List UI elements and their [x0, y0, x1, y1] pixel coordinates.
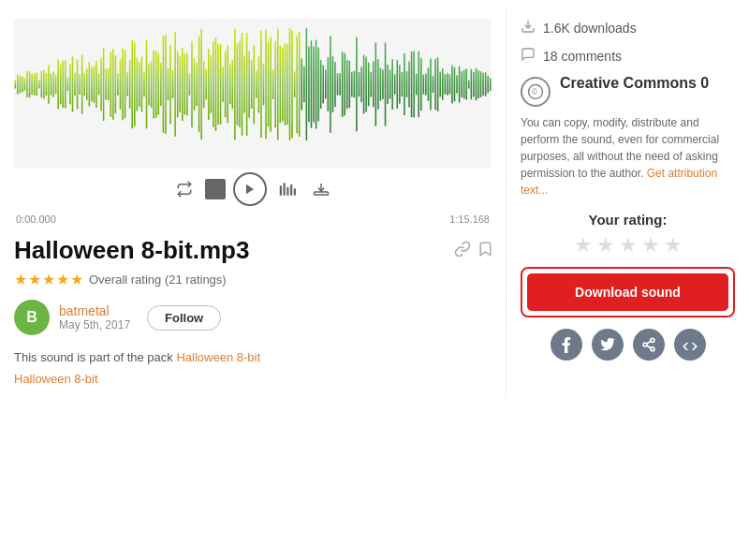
overall-stars: ★ ★ ★ ★ ★ — [14, 271, 83, 288]
social-row — [521, 329, 735, 361]
follow-button[interactable]: Follow — [147, 305, 221, 331]
download-icon — [521, 19, 536, 37]
your-rating-stars[interactable]: ★ ★ ★ ★ ★ — [521, 233, 735, 258]
cc-title: Creative Commons 0 — [560, 75, 709, 92]
creative-commons-row: © Creative Commons 0 — [521, 75, 735, 107]
time-start: 0:00.000 — [16, 214, 56, 225]
svg-marker-0 — [246, 184, 254, 195]
svg-line-15 — [646, 341, 651, 344]
svg-rect-2 — [284, 183, 286, 196]
track-title-text: Halloween 8-bit.mp3 — [14, 236, 249, 265]
comments-stat: 18 comments — [521, 47, 735, 66]
cc-text-block: Creative Commons 0 — [560, 75, 709, 92]
left-panel: 0:00.000 1:15.168 Halloween 8-bit.mp3 — [0, 9, 506, 396]
avatar: B — [14, 300, 50, 335]
svg-point-11 — [651, 338, 654, 342]
comment-icon — [521, 47, 536, 66]
loop-button[interactable] — [171, 176, 198, 202]
comments-count: 18 comments — [543, 49, 622, 64]
your-star-5[interactable]: ★ — [664, 233, 683, 258]
svg-line-14 — [646, 346, 651, 348]
your-star-4[interactable]: ★ — [641, 233, 660, 258]
star-3: ★ — [42, 271, 55, 288]
svg-rect-5 — [294, 188, 296, 196]
downloads-count: 1.6K downloads — [543, 21, 637, 36]
pack-tag[interactable]: Halloween 8-bit — [14, 364, 492, 387]
download-mini-button[interactable] — [308, 176, 334, 202]
download-sound-button[interactable]: Download sound — [527, 273, 728, 311]
equalizer-button[interactable] — [274, 176, 301, 202]
right-panel: 1.6K downloads 18 comments © Creative Co… — [506, 9, 749, 396]
play-button[interactable] — [233, 172, 267, 206]
svg-rect-4 — [290, 184, 292, 196]
stop-button[interactable] — [205, 179, 226, 199]
overall-rating-label: Overall rating (21 ratings) — [89, 273, 227, 287]
track-title-row: Halloween 8-bit.mp3 — [14, 236, 492, 265]
author-row: B batmetal May 5th, 2017 Follow — [14, 300, 492, 335]
author-date: May 5th, 2017 — [59, 318, 130, 332]
your-rating-label: Your rating: — [521, 212, 735, 228]
downloads-stat: 1.6K downloads — [521, 19, 735, 37]
svg-point-13 — [651, 347, 654, 351]
embed-button[interactable] — [674, 329, 706, 361]
svg-text:©: © — [532, 88, 537, 96]
cc-description: You can copy, modify, distribute and per… — [521, 114, 735, 199]
pack-link[interactable]: Halloween 8-bit — [176, 350, 260, 364]
waveform-canvas — [14, 19, 492, 150]
author-name[interactable]: batmetal — [59, 303, 130, 318]
twitter-button[interactable] — [592, 329, 624, 361]
star-4: ★ — [56, 271, 69, 288]
star-1: ★ — [14, 271, 27, 288]
share-button[interactable] — [633, 329, 665, 361]
time-labels: 0:00.000 1:15.168 — [14, 214, 492, 225]
your-star-2[interactable]: ★ — [596, 233, 615, 258]
cc-icon: © — [521, 77, 551, 107]
svg-point-12 — [643, 343, 647, 346]
svg-rect-1 — [280, 185, 282, 196]
bookmark-icon[interactable] — [477, 241, 492, 261]
pack-text: This sound is part of the pack — [14, 350, 173, 364]
your-star-3[interactable]: ★ — [619, 233, 638, 258]
star-2: ★ — [28, 271, 41, 288]
track-title-icons — [454, 241, 492, 261]
pack-info: This sound is part of the pack Halloween… — [14, 350, 492, 364]
link-icon[interactable] — [454, 241, 471, 261]
facebook-button[interactable] — [551, 329, 582, 361]
star-5: ★ — [70, 271, 83, 288]
waveform-container[interactable] — [14, 19, 492, 169]
svg-rect-3 — [286, 187, 288, 196]
time-end: 1:15.168 — [449, 214, 490, 225]
your-star-1[interactable]: ★ — [574, 233, 593, 258]
overall-rating-row: ★ ★ ★ ★ ★ Overall rating (21 ratings) — [14, 271, 492, 288]
player-controls — [14, 169, 492, 212]
author-info: batmetal May 5th, 2017 — [59, 303, 130, 332]
download-wrapper: Download sound — [521, 267, 735, 317]
